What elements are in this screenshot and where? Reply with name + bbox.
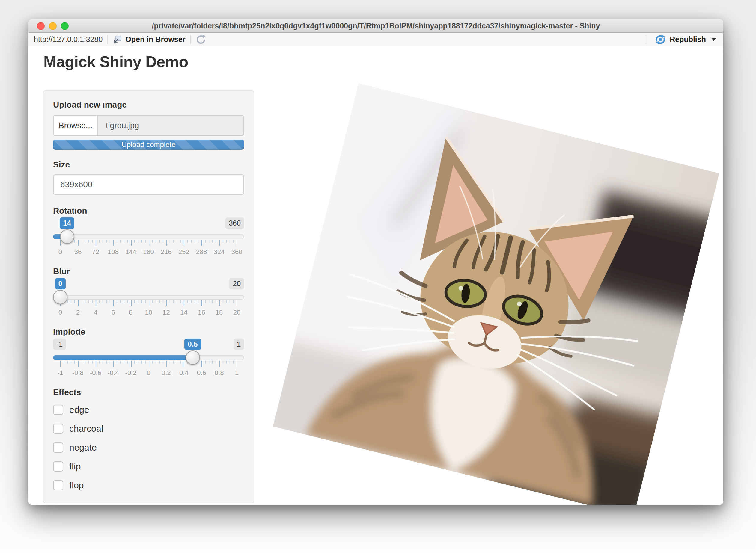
rotation-slider-block: Rotation 0 360 14 0367210814418021625228…	[53, 206, 244, 259]
slider-max-bubble: 20	[229, 278, 244, 289]
republish-icon	[655, 34, 666, 45]
effect-row-edge: edge	[53, 403, 244, 416]
open-in-browser-icon	[113, 35, 122, 44]
blur-slider[interactable]: 0 20 0 02468101214161820	[53, 278, 244, 319]
implode-slider[interactable]: -1 1 0.5 -1-0.8-0.6-0.4-0.200.20.40.60.8…	[53, 338, 244, 380]
refresh-button[interactable]	[195, 34, 206, 45]
blur-slider-block: Blur 0 20 0 02468101214161820	[53, 266, 244, 319]
implode-slider-block: Implode -1 1 0.5 -1-0.8-0.6-0.4-0.200.20…	[53, 327, 244, 380]
size-label: Size	[53, 160, 244, 170]
close-window-button[interactable]	[37, 22, 45, 30]
slider-min-bubble: -1	[53, 338, 66, 350]
effect-row-flop: flop	[53, 479, 244, 492]
effect-checkbox-flop[interactable]	[53, 480, 63, 490]
size-input[interactable]	[53, 174, 244, 195]
effect-label: negate	[69, 443, 97, 453]
rotation-slider[interactable]: 0 360 14 03672108144180216252288324360	[53, 218, 244, 259]
refresh-icon	[195, 34, 206, 45]
effect-checkbox-flip[interactable]	[53, 461, 63, 472]
slider-value-bubble: 14	[60, 218, 74, 229]
window-title: /private/var/folders/l8/bhmtp25n2lx0q0dg…	[64, 19, 687, 32]
slider-track[interactable]	[53, 295, 244, 300]
effect-row-charcoal: charcoal	[53, 422, 244, 435]
open-in-browser-button[interactable]: Open in Browser	[113, 35, 185, 44]
slider-max-bubble: 1	[233, 338, 244, 350]
toolbar-divider	[190, 35, 191, 44]
slider-track[interactable]	[53, 234, 244, 239]
effect-checkbox-negate[interactable]	[53, 443, 63, 453]
upload-progress-text: Upload complete	[121, 141, 176, 149]
slider-handle[interactable]	[186, 350, 200, 365]
title-bar: /private/var/folders/l8/bhmtp25n2lx0q0dg…	[28, 19, 723, 33]
browse-button[interactable]: Browse...	[54, 115, 98, 135]
blur-label: Blur	[53, 266, 244, 276]
page-title: Magick Shiny Demo	[44, 53, 188, 71]
uploaded-filename[interactable]: tigrou.jpg	[98, 115, 244, 135]
republish-dropdown-caret[interactable]	[711, 38, 716, 41]
slider-value-bubble: 0.5	[184, 338, 201, 350]
app-url: http://127.0.0.1:3280	[34, 35, 102, 44]
viewer-toolbar: http://127.0.0.1:3280 Open in Browser	[28, 33, 723, 47]
open-in-browser-label: Open in Browser	[125, 35, 185, 44]
app-content: Magick Shiny Demo Upload new image Brows…	[28, 46, 723, 505]
uploaded-image-preview	[273, 84, 719, 505]
controls-sidebar: Upload new image Browse... tigrou.jpg Up…	[43, 90, 254, 503]
slider-grid: 02468101214161820	[53, 300, 244, 319]
toolbar-divider	[646, 35, 646, 44]
implode-label: Implode	[53, 327, 244, 337]
effect-row-flip: flip	[53, 460, 244, 473]
traffic-lights	[37, 22, 69, 30]
effects-group: Effects edge charcoal negate flip	[53, 388, 244, 492]
toolbar-divider	[107, 35, 108, 44]
effect-checkbox-charcoal[interactable]	[53, 423, 63, 434]
upload-label: Upload new image	[53, 100, 244, 110]
slider-fill	[53, 355, 193, 360]
effect-label: edge	[69, 405, 89, 415]
effect-label: flip	[69, 461, 81, 472]
effect-row-negate: negate	[53, 441, 244, 454]
cat-photo-illustration	[273, 84, 719, 505]
slider-max-bubble: 360	[225, 218, 244, 229]
slider-grid: 03672108144180216252288324360	[53, 240, 244, 259]
effects-label: Effects	[53, 388, 244, 397]
republish-button[interactable]: Republish	[670, 35, 706, 44]
effect-checkbox-edge[interactable]	[53, 405, 63, 415]
minimize-window-button[interactable]	[49, 22, 57, 30]
app-window: /private/var/folders/l8/bhmtp25n2lx0q0dg…	[28, 19, 723, 505]
slider-handle[interactable]	[53, 290, 67, 304]
slider-value-bubble: 0	[55, 278, 66, 289]
effect-label: charcoal	[69, 423, 103, 434]
rotation-label: Rotation	[53, 206, 244, 216]
slider-handle[interactable]	[60, 229, 74, 244]
effect-label: flop	[69, 480, 84, 490]
slider-grid: -1-0.8-0.6-0.4-0.200.20.40.60.81	[53, 361, 244, 380]
file-input: Browse... tigrou.jpg	[53, 115, 244, 136]
upload-progress-bar: Upload complete	[53, 140, 244, 150]
